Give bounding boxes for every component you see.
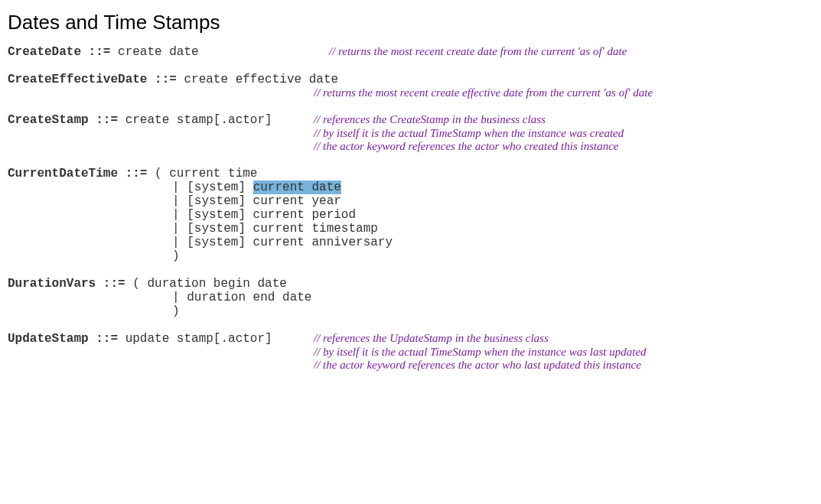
rule-alt: | [system] current timestamp bbox=[172, 222, 378, 236]
rule-comment: // references the UpdateStamp in the bus… bbox=[298, 332, 549, 345]
rule-op: ::= bbox=[96, 277, 132, 291]
rule-comment: // references the CreateStamp in the bus… bbox=[298, 113, 546, 126]
rule-op: ::= bbox=[89, 113, 125, 127]
rule-alt: | [system] current period bbox=[172, 208, 356, 222]
rule-alt-prefix: | [system] bbox=[172, 180, 253, 194]
rule-name: UpdateStamp bbox=[8, 332, 89, 346]
rule-alt: current time bbox=[169, 167, 257, 180]
rule-alt: | [system] current year bbox=[172, 194, 341, 208]
highlighted-text: current date bbox=[253, 180, 341, 194]
rule-alt: | [system] current anniversary bbox=[172, 236, 393, 249]
rule-op: ::= bbox=[89, 332, 125, 346]
rule-comment: // returns the most recent create effect… bbox=[314, 86, 813, 99]
rule-create-stamp: CreateStamp ::= create stamp[.actor] // … bbox=[8, 113, 813, 153]
rule-body: create stamp[.actor] bbox=[125, 113, 272, 127]
rule-op: ::= bbox=[118, 167, 155, 180]
rule-open: ( bbox=[132, 277, 147, 291]
rule-comment: // the actor keyword references the acto… bbox=[314, 359, 813, 372]
rule-create-effective-date: CreateEffectiveDate ::= create effective… bbox=[8, 73, 813, 99]
rule-close: ) bbox=[172, 304, 180, 318]
rule-name: CreateEffectiveDate bbox=[8, 73, 147, 86]
rule-comment: // by itself it is the actual TimeStamp … bbox=[314, 127, 813, 140]
rule-name: CreateStamp bbox=[8, 113, 89, 127]
rule-open: ( bbox=[155, 167, 169, 180]
rule-alt: | duration end date bbox=[172, 291, 311, 304]
rule-name: CurrentDateTime bbox=[8, 167, 118, 180]
rule-duration-vars: DurationVars ::= ( duration begin date |… bbox=[8, 277, 813, 318]
page-title: Dates and Time Stamps bbox=[8, 11, 813, 34]
rule-body: update stamp[.actor] bbox=[125, 332, 272, 346]
rule-update-stamp: UpdateStamp ::= update stamp[.actor] // … bbox=[8, 332, 813, 372]
rule-op: ::= bbox=[147, 73, 184, 86]
rule-op: ::= bbox=[81, 45, 118, 59]
rule-comment: // returns the most recent create date f… bbox=[314, 45, 627, 58]
rule-body: create date bbox=[118, 45, 199, 59]
rule-comment: // by itself it is the actual TimeStamp … bbox=[314, 346, 813, 359]
rule-body: create effective date bbox=[184, 73, 338, 86]
rule-current-datetime: CurrentDateTime ::= ( current time | [sy… bbox=[8, 167, 813, 263]
rule-close: ) bbox=[172, 249, 180, 263]
rule-alt: duration begin date bbox=[147, 277, 286, 291]
rule-create-date: CreateDate ::= create date // returns th… bbox=[8, 45, 813, 59]
rule-comment: // the actor keyword references the acto… bbox=[314, 140, 813, 153]
rule-name: DurationVars bbox=[8, 277, 96, 291]
rule-name: CreateDate bbox=[8, 45, 81, 59]
